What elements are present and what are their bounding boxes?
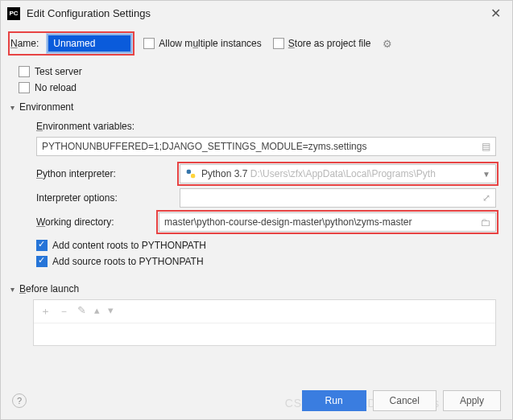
environment-section: Environment variables: PYTHONUNBUFFERED=… [22, 121, 496, 267]
add-source-roots-label: Add source roots to PYTHONPATH [52, 256, 204, 267]
environment-heading: Environment [19, 101, 73, 113]
interpreter-path: D:\Users\zfx\AppData\Local\Programs\Pyth [250, 168, 436, 179]
name-input[interactable] [47, 34, 132, 53]
interpreter-label: Python interpreter: [36, 168, 175, 179]
store-project-checkbox[interactable]: Store as project file [273, 38, 371, 49]
svg-rect-0 [187, 170, 191, 174]
top-config-row: Name: Allow multiple instances Store as … [1, 26, 512, 61]
interpreter-value: Python 3.7 [201, 168, 247, 179]
add-content-roots-checkbox[interactable]: Add content roots to PYTHONPATH [36, 240, 496, 251]
remove-icon[interactable]: － [59, 304, 69, 319]
env-vars-value: PYTHONUNBUFFERED=1;DJANGO_SETTINGS_MODUL… [42, 141, 366, 152]
interp-opts-input[interactable]: ⤢ [180, 188, 496, 208]
store-project-label: Store as project file [288, 38, 371, 49]
apply-button[interactable]: Apply [443, 390, 501, 411]
folder-icon[interactable]: 🗀 [480, 216, 490, 229]
interp-opts-row: Interpreter options: ⤢ [36, 188, 496, 208]
before-launch-header[interactable]: ▾ Before launch [10, 283, 496, 294]
name-label: Name: [10, 38, 39, 49]
add-content-roots-label: Add content roots to PYTHONPATH [52, 240, 206, 251]
checkbox-checked-icon [36, 256, 48, 267]
svg-rect-1 [191, 174, 195, 178]
chevron-down-icon: ▾ [10, 285, 14, 294]
titlebar: PC Edit Configuration Settings ✕ [1, 1, 512, 26]
env-vars-input[interactable]: PYTHONUNBUFFERED=1;DJANGO_SETTINGS_MODUL… [36, 137, 496, 156]
interpreter-row: Python interpreter: Python 3.7 D:\Users\… [36, 164, 496, 183]
dialog: PC Edit Configuration Settings ✕ Name: A… [0, 0, 513, 420]
close-icon[interactable]: ✕ [486, 4, 506, 23]
no-reload-label: No reload [35, 82, 77, 93]
workdir-value: master\python-course-design-master\pytho… [164, 216, 412, 228]
name-group: Name: [10, 34, 132, 53]
cancel-button[interactable]: Cancel [373, 390, 436, 411]
run-button[interactable]: Run [302, 390, 366, 411]
allow-multiple-label: Allow multiple instances [159, 38, 261, 49]
allow-multiple-checkbox[interactable]: Allow multiple instances [143, 38, 261, 49]
workdir-row: Working directory: master\python-course-… [36, 212, 496, 232]
pycharm-icon: PC [7, 7, 20, 20]
checkbox-icon [143, 38, 155, 49]
interpreter-select[interactable]: Python 3.7 D:\Users\zfx\AppData\Local\Pr… [180, 164, 496, 183]
list-icon[interactable]: ▤ [482, 141, 490, 152]
checkbox-icon [19, 66, 30, 77]
checkbox-checked-icon [36, 240, 48, 251]
add-source-roots-checkbox[interactable]: Add source roots to PYTHONPATH [36, 256, 496, 267]
env-vars-label: Environment variables: [36, 121, 134, 132]
before-launch-list: ＋ － ✎ ▴ ▾ [33, 299, 496, 346]
test-server-checkbox[interactable]: Test server [19, 66, 496, 77]
python-icon [185, 168, 197, 179]
gear-icon[interactable]: ⚙ [383, 38, 392, 50]
footer: ? Run Cancel Apply [1, 390, 512, 411]
checkbox-icon [273, 38, 284, 49]
help-icon[interactable]: ? [12, 393, 27, 408]
down-icon[interactable]: ▾ [108, 304, 114, 319]
checkbox-icon [19, 82, 30, 93]
form-body: Test server No reload ▾ Environment Envi… [1, 66, 512, 346]
edit-icon[interactable]: ✎ [77, 304, 86, 319]
environment-section-header[interactable]: ▾ Environment [10, 101, 496, 113]
up-icon[interactable]: ▴ [94, 304, 100, 319]
expand-icon[interactable]: ⤢ [482, 192, 490, 204]
no-reload-checkbox[interactable]: No reload [19, 82, 496, 93]
interp-opts-label: Interpreter options: [36, 192, 175, 204]
env-vars-label-row: Environment variables: [36, 121, 496, 132]
dialog-title: Edit Configuration Settings [27, 7, 151, 19]
chevron-down-icon: ▾ [10, 103, 14, 112]
add-icon[interactable]: ＋ [40, 304, 51, 319]
workdir-label: Working directory: [36, 216, 154, 228]
test-server-label: Test server [35, 66, 82, 77]
before-launch-toolbar: ＋ － ✎ ▴ ▾ [34, 300, 495, 323]
chevron-down-icon: ▼ [482, 170, 490, 179]
before-launch-heading: Before launch [19, 283, 79, 294]
workdir-input[interactable]: master\python-course-design-master\pytho… [159, 212, 496, 232]
